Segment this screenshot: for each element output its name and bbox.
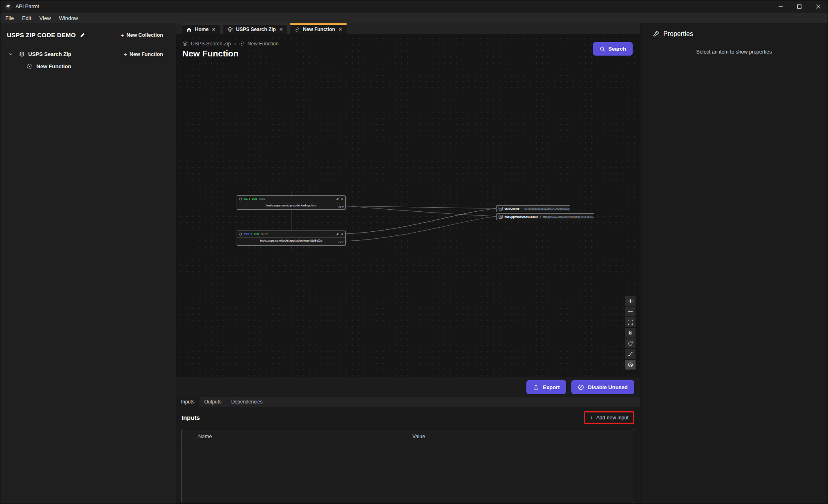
export-icon bbox=[533, 384, 539, 390]
tab-label: New Function bbox=[303, 27, 335, 32]
export-button[interactable]: Export bbox=[526, 380, 566, 394]
variable-icon: {x} bbox=[499, 207, 503, 211]
layers-icon bbox=[227, 27, 233, 32]
value-node-tlsid-cookie[interactable]: {x} tlsidCookie = 87599165d85a1663890000… bbox=[496, 205, 570, 212]
function-icon bbox=[27, 63, 33, 69]
window-title: API Parrot bbox=[16, 4, 39, 9]
tab-new-function[interactable]: New Function ✕ bbox=[290, 25, 347, 34]
status-code: 200 bbox=[254, 232, 259, 236]
status-code: 200 bbox=[252, 197, 257, 201]
add-new-input-button[interactable]: + Add new input bbox=[585, 412, 633, 423]
disable-icon bbox=[578, 384, 584, 390]
plus-icon: + bbox=[123, 51, 127, 57]
request-url: tools.usps.com/tools/app/ziplookup/cityB… bbox=[237, 239, 345, 242]
inputs-table: Name Value bbox=[181, 429, 634, 503]
app-window: API Parrot File Edit View Window USPS ZI… bbox=[0, 0, 828, 504]
properties-empty-state: Select an item to show properties bbox=[640, 49, 828, 55]
plus-icon: + bbox=[121, 32, 124, 38]
cookie-name: nscUppmtUsvfOfsCookie bbox=[504, 215, 538, 218]
new-collection-button[interactable]: + New Collection bbox=[121, 32, 163, 38]
tab-home[interactable]: Home ✕ bbox=[182, 25, 220, 34]
method-badge: GET bbox=[244, 197, 250, 201]
menu-file[interactable]: File bbox=[1, 13, 18, 23]
cookie-value: 87599165d85a1663890000e0ed96a2ca bbox=[524, 207, 570, 210]
properties-divider bbox=[649, 43, 819, 43]
column-header-value: Value bbox=[412, 434, 634, 439]
in-port[interactable]: IN bbox=[341, 198, 343, 200]
layers-icon bbox=[19, 51, 25, 57]
sidebar-item-new-function[interactable]: New Function bbox=[0, 57, 176, 69]
cookie-name: tlsidCookie bbox=[504, 207, 519, 210]
export-label: Export bbox=[543, 384, 559, 390]
minimize-icon[interactable] bbox=[771, 0, 790, 13]
out-port[interactable]: OUT bbox=[338, 241, 344, 244]
title-bar: API Parrot bbox=[0, 0, 828, 13]
in-port[interactable]: IN bbox=[341, 233, 343, 235]
out-port[interactable]: OUT bbox=[338, 206, 344, 208]
chevron-down-icon[interactable] bbox=[9, 52, 13, 56]
bottom-panel: Inputs Outputs Dependencies Inputs + Add… bbox=[176, 397, 640, 504]
equals-sign: = bbox=[521, 207, 523, 210]
disable-unused-button[interactable]: Disable Unused bbox=[571, 380, 634, 394]
tab-bar: Home ✕ USPS Search Zip ✕ New Function ✕ bbox=[176, 23, 640, 34]
bottom-panel-tabs: Inputs Outputs Dependencies bbox=[176, 397, 640, 407]
wrench-icon bbox=[653, 31, 659, 37]
maximize-icon[interactable] bbox=[790, 0, 809, 13]
menu-view[interactable]: View bbox=[35, 13, 55, 23]
window-controls bbox=[771, 0, 828, 13]
tab-label: Home bbox=[195, 27, 208, 32]
close-icon[interactable] bbox=[809, 0, 828, 13]
value-node-nsc-cookie[interactable]: {x} nscUppmtUsvfOfsCookie = ffffff3b462a… bbox=[496, 213, 594, 220]
properties-title: Properties bbox=[663, 30, 693, 38]
properties-panel: Properties Select an item to show proper… bbox=[640, 23, 828, 504]
tab-close-icon[interactable]: ✕ bbox=[212, 27, 215, 32]
wrench-icon[interactable] bbox=[336, 233, 339, 236]
function-icon bbox=[294, 27, 300, 32]
tab-usps-search-zip[interactable]: USPS Search Zip ✕ bbox=[223, 25, 288, 34]
canvas-action-bar: Export Disable Unused bbox=[176, 377, 640, 397]
menu-bar: File Edit View Window bbox=[0, 13, 828, 23]
new-function-label: New Function bbox=[130, 52, 163, 57]
request-url: tools.usps.com/zip-code-lookup.htm bbox=[237, 204, 345, 207]
sync-icon bbox=[239, 197, 242, 201]
edge-style-icon[interactable] bbox=[625, 349, 636, 359]
sidebar: USPS ZIP CODE DEMO + New Collection USPS… bbox=[0, 23, 176, 504]
sidebar-item-usps-search-zip[interactable]: USPS Search Zip + New Function bbox=[0, 45, 176, 57]
menu-edit[interactable]: Edit bbox=[18, 13, 35, 23]
canvas-controls bbox=[625, 296, 636, 370]
add-new-input-label: Add new input bbox=[596, 415, 629, 421]
column-header-name: Name bbox=[182, 434, 412, 439]
tab-close-icon[interactable]: ✕ bbox=[338, 27, 342, 32]
tab-close-icon[interactable]: ✕ bbox=[279, 27, 283, 32]
equals-sign: = bbox=[539, 215, 541, 218]
group-label: USPS Search Zip bbox=[28, 51, 71, 57]
center-column: Home ✕ USPS Search Zip ✕ New Function ✕ bbox=[176, 23, 640, 504]
zoom-in-icon[interactable] bbox=[625, 296, 636, 306]
fit-view-icon[interactable] bbox=[625, 317, 636, 327]
sidebar-child-label: New Function bbox=[36, 63, 71, 69]
plus-icon: + bbox=[590, 414, 593, 421]
new-function-button[interactable]: + New Function bbox=[123, 51, 163, 57]
minimap-toggle-icon[interactable] bbox=[625, 360, 636, 370]
inputs-table-header: Name Value bbox=[182, 429, 634, 444]
refresh-icon[interactable] bbox=[625, 338, 636, 348]
wrench-icon[interactable] bbox=[336, 197, 339, 201]
menu-window[interactable]: Window bbox=[55, 13, 82, 23]
tab-dependencies[interactable]: Dependencies bbox=[226, 397, 268, 407]
tab-outputs[interactable]: Outputs bbox=[199, 397, 226, 407]
tab-label: USPS Search Zip bbox=[236, 27, 276, 32]
sequence-number: 0010 bbox=[261, 232, 268, 236]
lock-icon[interactable] bbox=[625, 328, 636, 338]
collection-title: USPS ZIP CODE DEMO bbox=[7, 31, 76, 38]
home-icon bbox=[186, 27, 192, 32]
disable-unused-label: Disable Unused bbox=[588, 384, 628, 390]
edit-pencil-icon[interactable] bbox=[80, 32, 85, 38]
tab-inputs[interactable]: Inputs bbox=[176, 397, 199, 407]
request-node-post[interactable]: POST 200 0010 IN tools.usps.com/tools/ap… bbox=[237, 231, 346, 246]
variable-icon: {x} bbox=[499, 215, 503, 219]
method-badge: POST bbox=[244, 232, 252, 236]
inputs-heading: Inputs bbox=[181, 414, 200, 421]
zoom-out-icon[interactable] bbox=[625, 307, 636, 316]
request-node-get[interactable]: GET 200 0001 IN tools.usps.com/zip-code-… bbox=[237, 195, 346, 210]
flow-canvas[interactable]: USPS Search Zip › New Function New Funct… bbox=[176, 34, 640, 377]
